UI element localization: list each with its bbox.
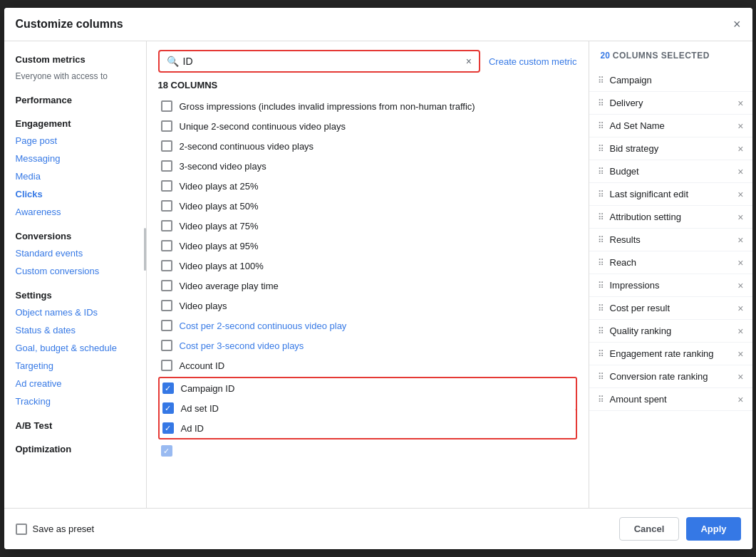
list-item[interactable]: 2-second continuous video plays (158, 136, 577, 156)
selected-col-label: Cost per result (610, 303, 738, 313)
remove-bid-strategy-button[interactable]: × (737, 144, 743, 154)
column-checkbox[interactable] (161, 240, 172, 251)
save-preset-checkbox[interactable] (16, 524, 27, 535)
selected-col-item-adsetname[interactable]: ⠿ Ad Set Name × (589, 115, 752, 137)
sidebar-item-object-names[interactable]: Object names & IDs (4, 303, 146, 321)
list-item[interactable]: Unique 2-second continuous video plays (158, 116, 577, 136)
column-checkbox-campaign-id[interactable] (162, 382, 174, 394)
list-item-campaign-id[interactable]: Campaign ID (160, 378, 576, 398)
sidebar-item-messaging[interactable]: Messaging (4, 150, 146, 167)
column-checkbox-ad-id[interactable] (162, 422, 174, 434)
selected-col-item-campaign[interactable]: ⠿ Campaign (589, 69, 752, 92)
remove-cost-per-result-button[interactable]: × (737, 303, 743, 313)
sidebar-item-custom-conversions[interactable]: Custom conversions (4, 262, 146, 280)
column-checkbox[interactable] (161, 180, 172, 192)
selected-col-item-results[interactable]: ⠿ Results × (589, 229, 752, 251)
sidebar-item-targeting[interactable]: Targeting (4, 357, 146, 375)
selected-col-item-quality-ranking[interactable]: ⠿ Quality ranking × (589, 320, 752, 343)
sidebar-item-awareness[interactable]: Awareness (4, 203, 146, 221)
column-checkbox[interactable] (161, 140, 172, 152)
remove-attribution-button[interactable]: × (737, 212, 743, 222)
remove-impressions-button[interactable]: × (737, 281, 743, 291)
list-item[interactable]: 3-second video plays (158, 156, 577, 176)
remove-delivery-button[interactable]: × (737, 98, 743, 108)
selected-col-item-delivery[interactable]: ⠿ Delivery × (589, 92, 752, 115)
column-checkbox[interactable] (161, 360, 172, 371)
column-checkbox[interactable] (161, 300, 172, 311)
sidebar-section-engagement: Engagement (4, 114, 146, 132)
sidebar-item-goal-budget[interactable]: Goal, budget & schedule (4, 339, 146, 357)
selected-col-item-conversion-ranking[interactable]: ⠿ Conversion rate ranking × (589, 365, 752, 388)
list-item[interactable]: Account ID (158, 355, 577, 375)
list-item[interactable]: Video plays (158, 296, 577, 316)
sidebar: Custom metrics Everyone with access to P… (4, 41, 147, 508)
column-label-campaign-id: Campaign ID (181, 383, 235, 394)
column-checkbox[interactable] (161, 120, 172, 132)
list-item-ad-id[interactable]: Ad ID (160, 418, 576, 438)
selected-col-item-impressions[interactable]: ⠿ Impressions × (589, 274, 752, 297)
list-item[interactable]: Video average play time (158, 276, 577, 296)
remove-reach-button[interactable]: × (737, 258, 743, 268)
list-item[interactable]: Video plays at 75% (158, 216, 577, 236)
remove-engagement-ranking-button[interactable]: × (737, 349, 743, 359)
remove-budget-button[interactable]: × (737, 167, 743, 177)
selected-col-label: Impressions (610, 280, 738, 291)
sidebar-item-standard-events[interactable]: Standard events (4, 244, 146, 262)
create-custom-metric-link[interactable]: Create custom metric (489, 56, 577, 67)
column-checkbox[interactable] (161, 200, 172, 212)
selected-col-label: Budget (610, 166, 738, 177)
remove-last-edit-button[interactable]: × (737, 189, 743, 199)
column-checkbox[interactable] (161, 340, 172, 351)
close-button[interactable]: × (733, 18, 741, 31)
sidebar-item-page-post[interactable]: Page post (4, 132, 146, 150)
column-checkbox[interactable] (161, 220, 172, 231)
sidebar-item-media[interactable]: Media (4, 167, 146, 185)
sidebar-item-status-dates[interactable]: Status & dates (4, 321, 146, 339)
column-checkbox[interactable] (161, 100, 172, 112)
list-item[interactable]: Gross impressions (includes invalid impr… (158, 96, 577, 116)
clear-search-button[interactable]: × (466, 56, 472, 67)
selected-col-item-bid-strategy[interactable]: ⠿ Bid strategy × (589, 137, 752, 160)
column-checkbox-adset-id[interactable] (162, 402, 174, 414)
list-item[interactable]: Cost per 2-second continuous video play (158, 316, 577, 335)
selected-col-label: Attribution setting (610, 212, 738, 222)
cancel-button[interactable]: Cancel (619, 517, 680, 541)
apply-button[interactable]: Apply (686, 517, 740, 541)
list-item[interactable]: Video plays at 50% (158, 196, 577, 216)
remove-amount-spent-button[interactable]: × (737, 395, 743, 405)
columns-count: 18 COLUMNS (158, 80, 577, 90)
column-checkbox[interactable] (161, 445, 172, 457)
selected-col-item-budget[interactable]: ⠿ Budget × (589, 160, 752, 183)
remove-results-button[interactable]: × (737, 235, 743, 245)
remove-adsetname-button[interactable]: × (737, 121, 743, 131)
column-label: Video plays (180, 301, 227, 311)
selected-col-label: Ad Set Name (610, 120, 738, 131)
right-panel-header: 20COLUMNS SELECTED (589, 41, 752, 69)
list-item[interactable]: Video plays at 95% (158, 236, 577, 256)
selected-col-item-attribution[interactable]: ⠿ Attribution setting × (589, 206, 752, 229)
list-item[interactable]: Cost per 3-second video plays (158, 335, 577, 355)
column-checkbox[interactable] (161, 260, 172, 271)
sidebar-item-tracking[interactable]: Tracking (4, 392, 146, 410)
list-item[interactable]: Video plays at 25% (158, 176, 577, 196)
selected-col-item-last-edit[interactable]: ⠿ Last significant edit × (589, 183, 752, 206)
column-checkbox[interactable] (161, 160, 172, 172)
column-checkbox[interactable] (161, 280, 172, 291)
list-item-adset-id[interactable]: Ad set ID (160, 398, 576, 418)
selected-col-item-amount-spent[interactable]: ⠿ Amount spent × (589, 388, 752, 411)
search-input[interactable] (183, 56, 466, 67)
sidebar-item-clicks[interactable]: Clicks (4, 185, 146, 203)
sidebar-section-settings: Settings (4, 286, 146, 303)
sidebar-item-custom-metrics-sub[interactable]: Everyone with access to (4, 68, 146, 85)
column-checkbox[interactable] (161, 320, 172, 331)
selected-col-item-reach[interactable]: ⠿ Reach × (589, 251, 752, 274)
selected-col-item-cost-per-result[interactable]: ⠿ Cost per result × (589, 297, 752, 320)
save-preset-label[interactable]: Save as preset (33, 524, 95, 534)
drag-handle-icon: ⠿ (598, 349, 604, 359)
remove-quality-ranking-button[interactable]: × (737, 326, 743, 336)
list-item[interactable]: Video plays at 100% (158, 256, 577, 276)
sidebar-item-ad-creative[interactable]: Ad creative (4, 375, 146, 392)
selected-col-item-engagement-ranking[interactable]: ⠿ Engagement rate ranking × (589, 343, 752, 365)
remove-conversion-ranking-button[interactable]: × (737, 372, 743, 382)
list-item-partial[interactable] (158, 441, 577, 461)
